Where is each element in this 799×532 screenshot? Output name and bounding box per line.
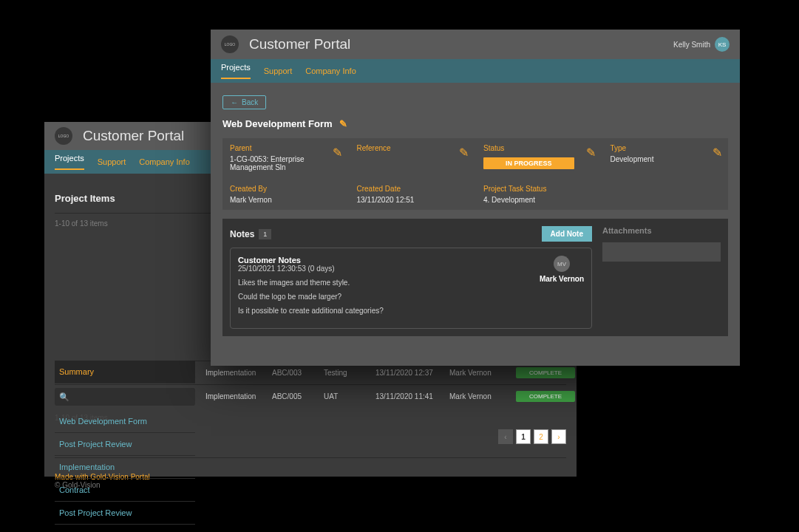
field-label: Reference (357, 144, 468, 152)
status-badge: COMPLETE (516, 367, 575, 378)
field-label: Status (483, 144, 594, 152)
field-grid: Parent 1-CG-0053: Enterprise Management … (222, 138, 728, 210)
field-parent: Parent 1-CG-0053: Enterprise Management … (222, 138, 348, 177)
app-title: Customer Portal (249, 36, 350, 52)
page-next[interactable]: › (551, 429, 566, 444)
note-date: 25/10/2021 12:30:53 (0 days) (238, 265, 584, 273)
status-badge: IN PROGRESS (483, 157, 574, 169)
add-note-button[interactable]: Add Note (542, 226, 592, 242)
attachments-label: Attachments (602, 226, 721, 235)
back-button[interactable]: ← Back (222, 95, 266, 109)
row-ref: ABC/005 (272, 392, 324, 400)
nav-support[interactable]: Support (264, 66, 293, 75)
field-value: 13/11/2020 12:51 (357, 196, 468, 204)
sidebar: Summary 🔍 Web Development Form Post Proj… (55, 361, 195, 525)
avatar[interactable]: KS (715, 37, 730, 52)
field-reference: Reference ✎ (350, 138, 475, 177)
nav-company[interactable]: Company Info (305, 66, 356, 75)
page-title: Web Development Form ✎ (222, 118, 728, 129)
page-prev[interactable]: ‹ (498, 429, 513, 444)
field-task-status: Project Task Status 4. Development (476, 179, 602, 210)
sidebar-item-summary[interactable]: Summary (55, 361, 195, 383)
field-value: Development (611, 155, 721, 163)
edit-icon[interactable]: ✎ (339, 118, 347, 129)
note-text: Could the logo be made larger? (238, 293, 584, 301)
note-author: MV Mark Vernon (540, 256, 584, 283)
sidebar-item[interactable]: Web Development Form (55, 410, 195, 433)
status-badge: COMPLETE (516, 391, 575, 402)
attachments-panel: Attachments (602, 226, 721, 329)
nav-company[interactable]: Company Info (139, 157, 189, 166)
app-title: Customer Portal (83, 128, 184, 144)
field-created-by: Created By Mark Vernon (222, 179, 348, 210)
field-label: Created Date (357, 185, 468, 193)
nav-bar: Projects Support Company Info (211, 59, 740, 83)
foreground-window: LOGO Customer Portal Kelly Smith KS Proj… (211, 30, 740, 366)
page-1[interactable]: 1 (516, 429, 531, 444)
sidebar-item[interactable]: Post Project Review (55, 433, 195, 456)
row-type: Implementation (205, 392, 272, 400)
author-name: Mark Vernon (540, 275, 584, 283)
search-input[interactable]: 🔍 (55, 388, 195, 406)
field-value: 4. Development (483, 196, 594, 204)
row-owner: Mark Vernon (449, 369, 516, 377)
row-type: Implementation (205, 369, 272, 377)
row-owner: Mark Vernon (449, 392, 516, 400)
edit-icon[interactable]: ✎ (459, 146, 469, 160)
row-ref: ABC/003 (272, 369, 324, 377)
edit-icon[interactable]: ✎ (586, 146, 596, 160)
edit-icon[interactable]: ✎ (713, 146, 722, 160)
field-label: Project Task Status (483, 185, 594, 193)
row-date: 13/11/2020 12:37 (375, 369, 449, 377)
nav-projects[interactable]: Projects (221, 63, 251, 79)
notes-count: 1 (259, 229, 271, 239)
nav-projects[interactable]: Projects (55, 154, 84, 170)
field-value: Mark Vernon (230, 196, 341, 204)
field-label: Type (611, 144, 721, 152)
sidebar-item[interactable]: Implementation (55, 456, 195, 479)
attachments-dropzone[interactable] (602, 242, 721, 262)
header: LOGO Customer Portal Kelly Smith KS (211, 30, 740, 59)
row-stage: UAT (324, 392, 375, 400)
nav-support[interactable]: Support (98, 157, 126, 166)
field-created-date: Created Date 13/11/2020 12:51 (350, 179, 475, 210)
field-label: Parent (230, 144, 341, 152)
user-menu[interactable]: Kelly Smith KS (673, 37, 730, 52)
page-2[interactable]: 2 (534, 429, 548, 444)
sidebar-item[interactable]: Post Project Review (55, 502, 195, 525)
field-type: Type Development ✎ (603, 138, 729, 177)
logo-icon: LOGO (221, 35, 239, 53)
note-text: Is it possible to create additional cate… (238, 307, 584, 315)
field-empty (603, 179, 729, 210)
notes-label: Notes (230, 229, 254, 239)
row-stage: Testing (324, 369, 375, 377)
field-label: Created By (230, 185, 341, 193)
note-card: Customer Notes 25/10/2021 12:30:53 (0 da… (230, 248, 592, 329)
author-avatar: MV (554, 256, 570, 272)
note-title: Customer Notes (238, 256, 584, 265)
field-value: 1-CG-0053: Enterprise Management Sln (230, 155, 341, 171)
notes-panel: Notes 1 Add Note Customer Notes 25/10/20… (230, 226, 592, 329)
user-name: Kelly Smith (673, 41, 710, 49)
arrow-left-icon: ← (231, 98, 238, 106)
field-status: Status IN PROGRESS ✎ (476, 138, 602, 177)
search-icon: 🔍 (59, 392, 69, 402)
back-label: Back (242, 98, 258, 106)
logo-icon: LOGO (55, 127, 72, 145)
edit-icon[interactable]: ✎ (333, 146, 342, 160)
sidebar-item[interactable]: Contract (55, 479, 195, 502)
note-text: Likes the images and theme style. (238, 279, 584, 287)
row-date: 13/11/2020 11:41 (375, 392, 449, 400)
